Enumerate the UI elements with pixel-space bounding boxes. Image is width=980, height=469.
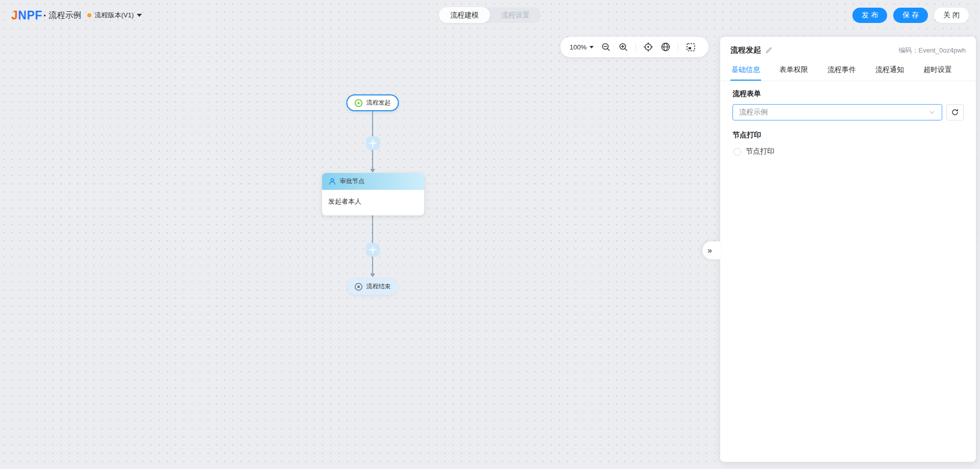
- close-button[interactable]: 关 闭: [934, 8, 969, 23]
- panel-collapse-button[interactable]: »: [702, 241, 721, 259]
- canvas-toolbar: 100%: [560, 37, 708, 57]
- workflow-designer: JNPF · 流程示例 流程版本(V1) 流程建模 流程设置 发 布 保 存 关…: [0, 0, 980, 469]
- end-node-label: 流程结束: [366, 282, 391, 291]
- start-node[interactable]: 流程发起: [347, 94, 399, 111]
- stop-circle-icon: [355, 283, 363, 291]
- toolbar-divider: [678, 43, 678, 51]
- zoom-level-dropdown[interactable]: 100%: [570, 43, 594, 51]
- header-actions: 发 布 保 存 关 闭: [852, 8, 969, 23]
- plus-icon: [369, 246, 377, 254]
- approval-node-title: 审批节点: [340, 177, 364, 186]
- top-header: JNPF · 流程示例 流程版本(V1) 流程建模 流程设置 发 布 保 存 关…: [0, 0, 980, 31]
- print-checkbox[interactable]: [733, 148, 741, 156]
- mode-tab-group: 流程建模 流程设置: [439, 7, 541, 23]
- tab-process-settings[interactable]: 流程设置: [490, 7, 541, 23]
- print-checkbox-label[interactable]: 节点打印: [746, 147, 774, 156]
- caret-down-icon: [590, 46, 594, 48]
- person-icon: [328, 178, 336, 186]
- edge-arrowhead: [370, 274, 375, 277]
- panel-tabs: 基础信息 表单权限 流程事件 流程通知 超时设置: [720, 61, 976, 81]
- tab-basic-info[interactable]: 基础信息: [730, 61, 761, 81]
- end-node[interactable]: 流程结束: [348, 278, 398, 295]
- node-config-panel: 流程发起 编码：Event_0oz4pwh 基础信息 表单权限 流程事件 流程通…: [720, 37, 976, 462]
- version-label: 流程版本(V1): [94, 11, 134, 20]
- caret-down-icon: [137, 14, 142, 17]
- approval-node[interactable]: 审批节点 发起者本人: [322, 173, 424, 215]
- start-node-label: 流程发起: [366, 98, 391, 107]
- fit-view-globe-icon[interactable]: [660, 42, 671, 52]
- add-node-button-1[interactable]: [366, 136, 380, 150]
- process-form-select-value: 流程示例: [739, 108, 928, 117]
- print-section-label: 节点打印: [732, 131, 964, 140]
- chevron-down-icon: [928, 109, 936, 116]
- edge-arrowhead: [370, 169, 375, 172]
- process-form-select[interactable]: 流程示例: [732, 104, 942, 120]
- code-value: Event_0oz4pwh: [918, 46, 966, 54]
- add-node-button-2[interactable]: [366, 243, 380, 257]
- toolbar-divider: [635, 43, 636, 51]
- node-code: 编码：Event_0oz4pwh: [898, 46, 966, 55]
- form-section-label: 流程表单: [732, 89, 964, 98]
- tab-timeout-settings[interactable]: 超时设置: [922, 61, 953, 81]
- logo-letters-npf: NPF: [18, 9, 42, 22]
- logo-letter-j: J: [11, 9, 18, 22]
- version-dot-icon: [87, 13, 91, 17]
- refresh-icon: [951, 108, 959, 116]
- tab-form-permissions[interactable]: 表单权限: [778, 61, 809, 81]
- zoom-in-icon[interactable]: [618, 42, 628, 52]
- tab-process-modeling[interactable]: 流程建模: [439, 7, 490, 23]
- form-select-row: 流程示例: [732, 104, 964, 120]
- double-chevron-right-icon: »: [707, 246, 712, 255]
- zoom-level-value: 100%: [570, 43, 586, 51]
- publish-button[interactable]: 发 布: [852, 8, 887, 23]
- minimap-icon[interactable]: [685, 42, 696, 52]
- approval-node-assignee: 发起者本人: [322, 190, 424, 213]
- code-label: 编码：: [898, 46, 918, 54]
- approval-node-header: 审批节点: [322, 173, 424, 190]
- app-logo[interactable]: JNPF: [11, 9, 42, 22]
- panel-header: 流程发起 编码：Event_0oz4pwh: [720, 37, 976, 61]
- locate-center-icon[interactable]: [643, 42, 653, 52]
- print-checkbox-row: 节点打印: [732, 147, 964, 156]
- refresh-button[interactable]: [946, 104, 964, 120]
- panel-title: 流程发起: [730, 45, 761, 55]
- play-circle-icon: [355, 99, 363, 107]
- logo-separator: ·: [43, 10, 47, 21]
- panel-body: 流程表单 流程示例 节点打印 节点打印: [720, 81, 976, 164]
- tab-process-events[interactable]: 流程事件: [826, 61, 857, 81]
- version-dropdown[interactable]: 流程版本(V1): [87, 11, 142, 20]
- plus-icon: [369, 139, 377, 147]
- zoom-out-icon[interactable]: [601, 42, 611, 52]
- tab-process-notifications[interactable]: 流程通知: [874, 61, 905, 81]
- workflow-title: 流程示例: [48, 10, 81, 21]
- edit-pencil-icon[interactable]: [765, 46, 773, 54]
- save-button[interactable]: 保 存: [893, 8, 928, 23]
